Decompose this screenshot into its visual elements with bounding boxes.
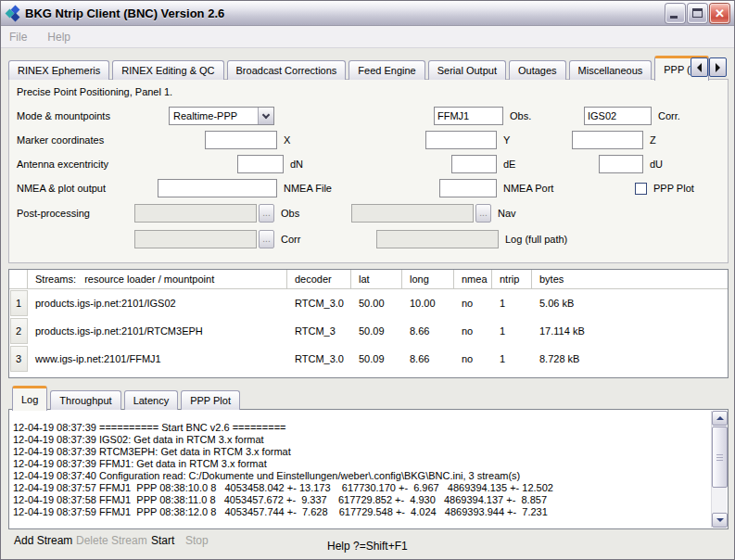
- table-row[interactable]: 1 products.igs-ip.net:2101/IGS02 RTCM_3.…: [9, 289, 728, 317]
- tab-miscellaneous[interactable]: Miscellaneous: [569, 60, 653, 80]
- tab-scroll-arrows: [690, 57, 727, 77]
- cell-lat: 50.09: [351, 353, 402, 364]
- log-scrollbar[interactable]: [711, 411, 727, 528]
- tab-scroll-left-button[interactable]: [691, 57, 708, 77]
- tab-latency[interactable]: Latency: [124, 390, 179, 410]
- log-panel: 12-04-19 08:37:39 ========== Start BNC v…: [8, 409, 729, 529]
- post-obs-browse-button[interactable]: ...: [259, 204, 274, 223]
- de-label: dE: [503, 155, 515, 173]
- nmea-port-input[interactable]: [439, 179, 497, 197]
- stop-button[interactable]: Stop: [185, 534, 209, 547]
- maximize-icon: [692, 8, 703, 18]
- row-number: 3: [9, 345, 28, 373]
- post-corr-browse-button[interactable]: ...: [259, 230, 274, 248]
- header-lat[interactable]: lat: [351, 270, 402, 288]
- footer-bar: Add Stream Delete Stream Start Stop Help…: [1, 534, 734, 558]
- mode-label: Mode & mountpoints: [17, 107, 110, 125]
- scrollbar-thumb[interactable]: [712, 426, 728, 488]
- header-ntrip[interactable]: ntrip: [492, 270, 532, 288]
- post-log-input[interactable]: [376, 230, 499, 248]
- post-log-field: Log (full path): [376, 230, 567, 248]
- cell-long: 8.66: [402, 353, 454, 364]
- tab-serial-output[interactable]: Serial Output: [428, 60, 506, 80]
- row-nmea-plot-output: NMEA & plot output NMEA File NMEA Port P…: [9, 179, 728, 197]
- header-bytes[interactable]: bytes: [532, 270, 728, 288]
- post-nav-label: Nav: [498, 204, 516, 223]
- tab-rinex-ephemeris[interactable]: RINEX Ephemeris: [8, 60, 109, 80]
- post-corr-input[interactable]: [134, 230, 257, 248]
- header-mountpoint[interactable]: Streams: resource loader / mountpoint: [28, 270, 287, 288]
- post-nav-input[interactable]: [351, 204, 474, 223]
- post-obs-input[interactable]: [134, 204, 257, 223]
- bnc-window: BKG Ntrip Client (BNC) Version 2.6 ✕ Fil…: [0, 0, 735, 560]
- antenna-dn-input[interactable]: [237, 155, 284, 173]
- antenna-dn-field: dN: [237, 155, 303, 173]
- title-bar[interactable]: BKG Ntrip Client (BNC) Version 2.6 ✕: [1, 1, 734, 26]
- maximize-button[interactable]: [688, 4, 707, 23]
- delete-stream-button[interactable]: Delete Stream: [76, 534, 147, 547]
- arrow-up-icon: [716, 416, 724, 420]
- bottom-tab-bar: Log Throughput Latency PPP Plot: [12, 387, 243, 410]
- marker-y-input[interactable]: [425, 131, 497, 149]
- cell-mountpoint: products.igs-ip.net:2101/RTCM3EPH: [28, 325, 287, 337]
- mode-combobox[interactable]: Realtime-PPP: [169, 107, 274, 125]
- tab-feed-engine[interactable]: Feed Engine: [348, 60, 425, 80]
- marker-y-field: Y: [425, 131, 510, 149]
- close-button[interactable]: ✕: [710, 4, 729, 23]
- tab-scroll-right-button[interactable]: [709, 57, 727, 77]
- row-mode-mountpoints: Mode & mountpoints Realtime-PPP Obs. Cor…: [9, 107, 728, 125]
- x-label: X: [284, 131, 290, 149]
- add-stream-button[interactable]: Add Stream: [14, 534, 72, 547]
- top-tab-bar: RINEX Ephemeris RINEX Editing & QC Broad…: [8, 56, 712, 80]
- nmea-file-input[interactable]: [158, 179, 277, 197]
- y-label: Y: [503, 131, 510, 149]
- corr-mountpoint-input[interactable]: [584, 107, 652, 125]
- antenna-du-input[interactable]: [599, 155, 643, 173]
- header-rownum: [9, 270, 28, 288]
- marker-z-input[interactable]: [572, 131, 643, 149]
- post-obs-field: ... Obs: [134, 204, 299, 223]
- ppp-plot-label: PPP Plot: [653, 179, 694, 197]
- tab-rinex-editing-qc[interactable]: RINEX Editing & QC: [112, 60, 223, 80]
- menu-file[interactable]: File: [9, 31, 27, 44]
- header-nmea[interactable]: nmea: [454, 270, 492, 288]
- header-decoder[interactable]: decoder: [287, 270, 351, 288]
- minimize-icon: [670, 16, 678, 19]
- cell-long: 8.66: [402, 325, 454, 337]
- obs-mountpoint-input[interactable]: [434, 107, 503, 125]
- tab-ppp-plot[interactable]: PPP Plot: [181, 390, 240, 410]
- post-nav-browse-button[interactable]: ...: [475, 204, 491, 223]
- tab-outages[interactable]: Outages: [509, 60, 566, 80]
- cell-ntrip: 1: [492, 325, 532, 337]
- table-row[interactable]: 2 products.igs-ip.net:2101/RTCM3EPH RTCM…: [9, 317, 728, 345]
- log-line: 12-04-19 08:37:39 FFMJ1: Get data in RTC…: [13, 458, 707, 470]
- post-obs-label: Obs: [281, 204, 299, 223]
- row-marker-coordinates: Marker coordinates X Y Z: [9, 131, 728, 149]
- cell-bytes: 5.06 kB: [532, 298, 728, 309]
- marker-x-field: X: [205, 131, 290, 149]
- tab-log[interactable]: Log: [12, 386, 47, 411]
- menu-help[interactable]: Help: [47, 31, 70, 44]
- app-icon: [6, 6, 20, 20]
- tab-broadcast-corrections[interactable]: Broadcast Corrections: [227, 60, 347, 80]
- antenna-de-input[interactable]: [451, 155, 497, 173]
- start-button[interactable]: Start: [151, 534, 174, 547]
- cell-mountpoint: products.igs-ip.net:2101/IGS02: [28, 298, 287, 309]
- log-text[interactable]: 12-04-19 08:37:39 ========== Start BNC v…: [13, 414, 707, 527]
- ppp-panel: Precise Point Positioning, Panel 1. Mode…: [8, 79, 729, 263]
- cell-mountpoint: www.igs-ip.net:2101/FFMJ1: [28, 353, 287, 364]
- combo-dropdown-button[interactable]: [258, 108, 273, 124]
- tab-throughput[interactable]: Throughput: [50, 390, 120, 410]
- table-row[interactable]: 3 www.igs-ip.net:2101/FFMJ1 RTCM_3.0 50.…: [9, 345, 728, 373]
- arrow-down-icon: [716, 518, 724, 522]
- header-long[interactable]: long: [402, 270, 454, 288]
- scrollbar-up-button[interactable]: [712, 411, 728, 426]
- scrollbar-down-button[interactable]: [712, 513, 728, 528]
- panel-caption: Precise Point Positioning, Panel 1.: [17, 86, 172, 97]
- cell-lat: 50.09: [351, 325, 402, 337]
- ppp-plot-checkbox[interactable]: [635, 183, 647, 195]
- marker-x-input[interactable]: [205, 131, 277, 149]
- nmea-file-label: NMEA File: [284, 179, 332, 197]
- minimize-button[interactable]: [665, 4, 685, 23]
- cell-lat: 50.00: [351, 298, 402, 309]
